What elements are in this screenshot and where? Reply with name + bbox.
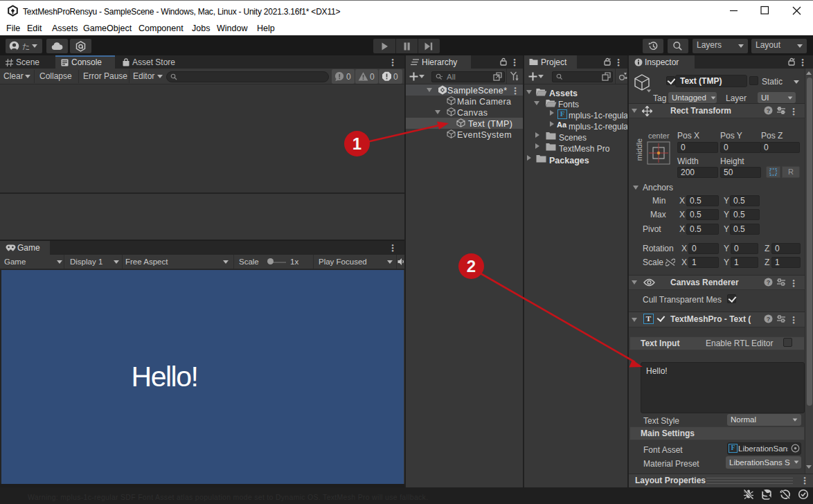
svg-text:2: 2 (467, 257, 476, 276)
svg-text:1: 1 (352, 134, 361, 153)
